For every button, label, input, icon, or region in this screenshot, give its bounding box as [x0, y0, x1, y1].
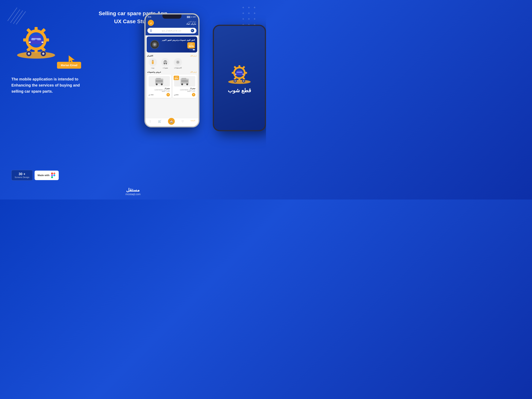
made-with-figma-badge: Made with [35, 170, 59, 180]
phone-side-btn-vol-up [144, 33, 145, 39]
badges-container: 30 + Screens Design Made with [11, 170, 59, 181]
svg-point-55 [154, 44, 155, 45]
svg-rect-18 [37, 39, 41, 40]
svg-point-47 [228, 80, 251, 84]
svg-rect-63 [152, 60, 154, 64]
svg-point-21 [17, 52, 55, 59]
svg-point-68 [181, 83, 183, 85]
svg-rect-30 [53, 174, 55, 176]
svg-point-19 [29, 41, 31, 43]
user-avatar: م [148, 20, 154, 26]
svg-rect-31 [51, 176, 53, 178]
svg-rect-28 [53, 172, 55, 174]
header-text: صباح الخير ماريان عماد [186, 21, 196, 25]
designer-name-badge: Marian Emad [57, 62, 81, 69]
svg-rect-72 [156, 78, 161, 79]
screens-count-badge: 30 + Screens Design [11, 170, 33, 181]
svg-rect-17 [32, 39, 35, 40]
phone-back-splash: قطع شوب [213, 25, 266, 131]
search-bar[interactable]: 🔍 ابحث هنا باسم القطعة أو رقمها ☰ [147, 28, 196, 33]
svg-point-62 [166, 63, 167, 64]
svg-point-46 [243, 74, 244, 75]
products-grid: خصم 30% موتور23 رقم القطعة: 11A56706006 … [146, 75, 198, 99]
svg-rect-29 [51, 174, 53, 176]
car-gear-illustration [15, 25, 63, 63]
add-to-cart-btn-2[interactable]: + [166, 93, 170, 96]
svg-point-49 [234, 80, 236, 82]
nav-more[interactable]: ⋮ [149, 120, 152, 125]
svg-point-58 [177, 62, 178, 63]
phone-side-btn-vol-down [144, 41, 145, 47]
svg-point-69 [186, 83, 188, 85]
svg-rect-37 [232, 72, 234, 74]
svg-rect-8 [45, 39, 49, 41]
svg-point-25 [42, 52, 44, 55]
banner-text-area: الحق اقوى خصومات وعروض لشهر اكتوبر خصم 3… [162, 39, 195, 50]
svg-rect-67 [181, 78, 186, 79]
svg-rect-15 [29, 39, 43, 44]
app-header: صباح الخير ماريان عماد م [146, 19, 198, 28]
phone-side-button [265, 49, 266, 56]
nav-home-label-item[interactable]: الرئيسية [190, 120, 195, 125]
categories-list: إكسسوارات موتورات زيوت [147, 58, 197, 69]
discount-badge: خصم 30% [187, 42, 195, 48]
promo-banner: الحق اقوى خصومات وعروض لشهر اكتوبر خصم 3… [147, 37, 197, 52]
search-area: 🔍 ابحث هنا باسم القطعة أو رقمها ☰ [146, 28, 198, 35]
add-to-cart-btn-1[interactable]: + [192, 93, 195, 96]
search-icon[interactable]: 🔍 [191, 29, 194, 32]
svg-point-61 [164, 63, 165, 64]
svg-marker-44 [236, 72, 242, 73]
svg-rect-34 [238, 65, 240, 67]
svg-rect-43 [235, 72, 244, 75]
svg-point-45 [235, 74, 236, 75]
categories-section: عرض الكل الاقسام إكسسوارات [146, 54, 198, 70]
filter-icon[interactable]: ☰ [150, 29, 152, 32]
app-bottom-nav: ⋮ 🛒 🏠 ♡ الرئيسية [146, 118, 198, 126]
svg-rect-6 [35, 27, 38, 31]
product-card-1[interactable]: خصم 30% موتور23 رقم القطعة: 11A56706006 … [172, 75, 197, 98]
phone-notch [162, 14, 181, 19]
category-accessories[interactable]: إكسسوارات [172, 58, 184, 69]
svg-rect-65 [152, 61, 154, 62]
svg-rect-75 [156, 80, 163, 82]
splash-logo: قطع شوب [227, 63, 252, 94]
offers-section-header: عرض الكل عروض وخصومات [146, 70, 198, 75]
svg-rect-60 [164, 60, 166, 61]
product-image-2 [149, 76, 170, 86]
svg-point-74 [161, 83, 163, 85]
svg-rect-70 [181, 80, 188, 82]
category-motors[interactable]: موتورات [160, 58, 171, 69]
splash-app-name: قطع شوب [228, 87, 251, 94]
category-oils[interactable]: زيوت [147, 58, 158, 69]
svg-rect-9 [23, 39, 27, 41]
svg-rect-36 [245, 72, 247, 74]
svg-point-51 [243, 80, 244, 82]
product-card-2[interactable]: موتور23 رقم القطعة: 11A56706006 مناسب: B… [147, 75, 171, 98]
discount-badge-1: خصم 30% [174, 76, 179, 80]
banner-dots [162, 49, 195, 50]
splash-screen: قطع شوب [214, 26, 265, 130]
categories-header: عرض الكل الاقسام [147, 55, 197, 57]
svg-point-20 [41, 41, 43, 43]
svg-point-73 [156, 83, 158, 85]
svg-rect-64 [152, 60, 153, 61]
phones-mockup-container: قطع شوب 9:41 ▌▌▌ ● WiFi صباح الخير ماريا… [141, 9, 266, 181]
nav-wishlist[interactable]: ♡ [181, 120, 184, 125]
app-main-screen: 9:41 ▌▌▌ ● WiFi صباح الخير ماريان عماد م… [146, 14, 198, 126]
bottom-logo: مستقل mostaql.com [125, 187, 140, 196]
phone-front-app: 9:41 ▌▌▌ ● WiFi صباح الخير ماريان عماد م… [144, 13, 200, 127]
nav-home-button[interactable]: 🏠 [168, 118, 175, 125]
app-description: The mobile application is intended to En… [11, 76, 87, 94]
banner-image [149, 40, 160, 49]
svg-rect-27 [51, 172, 53, 174]
svg-point-23 [28, 52, 30, 55]
nav-cart[interactable]: 🛒 [158, 120, 161, 125]
